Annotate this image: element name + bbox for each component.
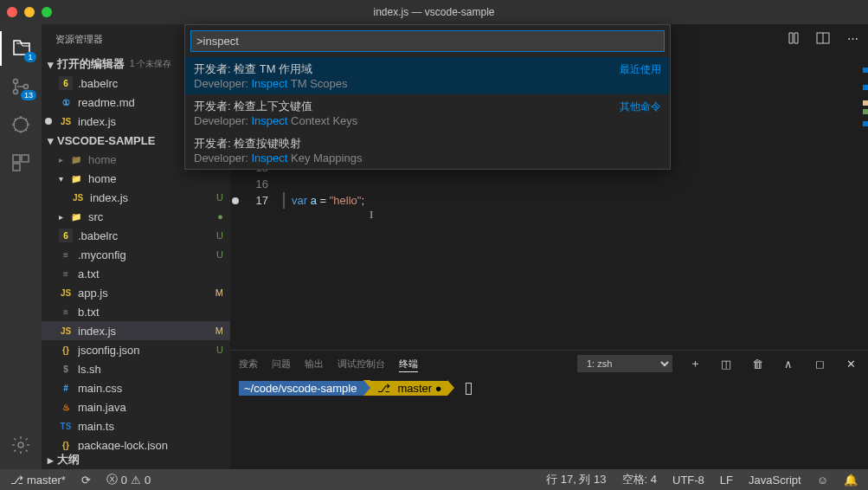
- feedback-icon[interactable]: ☺: [813, 474, 832, 487]
- explorer-icon[interactable]: 1: [0, 31, 42, 66]
- language-mode[interactable]: JavaScript: [745, 474, 805, 487]
- prompt-path: ~/code/vscode-sample: [239, 381, 363, 396]
- indentation-status[interactable]: 空格: 4: [619, 472, 660, 487]
- outline-header[interactable]: ▸ 大纲: [42, 450, 230, 469]
- file-label: main.ts: [78, 420, 230, 433]
- maximize-icon[interactable]: [42, 7, 52, 17]
- titlebar: index.js — vscode-sample: [0, 0, 868, 24]
- svg-rect-6: [13, 164, 20, 171]
- file-label: src: [88, 210, 230, 223]
- more-icon[interactable]: ⋯: [844, 29, 861, 47]
- file-icon: JS: [59, 324, 73, 338]
- command-item[interactable]: 开发者: 检查 TM 作用域Developer: Inspect TM Scop…: [185, 57, 670, 94]
- svg-rect-4: [13, 155, 20, 162]
- notifications-icon[interactable]: 🔔: [840, 474, 861, 487]
- file-icon: 📁: [69, 152, 83, 166]
- command-palette: >inspect 开发者: 检查 TM 作用域Developer: Inspec…: [184, 24, 671, 170]
- svg-point-2: [24, 85, 29, 89]
- split-editor-icon[interactable]: [814, 29, 832, 47]
- git-status: M: [215, 287, 223, 298]
- git-status: U: [216, 249, 223, 260]
- close-icon[interactable]: [7, 7, 17, 17]
- error-icon: ⓧ: [106, 472, 118, 487]
- branch-icon: ⎇: [10, 474, 23, 487]
- file-icon: 6: [59, 229, 73, 242]
- problems-status[interactable]: ⓧ0 ⚠0: [103, 472, 154, 487]
- encoding-status[interactable]: UTF-8: [669, 474, 708, 487]
- minimap[interactable]: [854, 59, 868, 350]
- file-tree: ▸📁home▾📁homeJSindex.jsU▸📁src●6.babelrcU≡…: [42, 150, 230, 450]
- file-label: .myconfig: [78, 248, 230, 261]
- panel-tab[interactable]: 调试控制台: [338, 356, 385, 371]
- chevron-icon: ▸: [59, 155, 68, 164]
- tree-item[interactable]: ♨main.java: [42, 397, 230, 416]
- tree-item[interactable]: {}jsconfig.jsonU: [42, 340, 230, 359]
- tree-item[interactable]: JSapp.jsM: [42, 283, 230, 302]
- kill-terminal-icon[interactable]: 🗑: [749, 358, 766, 371]
- debug-icon[interactable]: [0, 107, 42, 142]
- tree-item[interactable]: ▸📁src●: [42, 207, 230, 226]
- tree-item[interactable]: ≡a.txt: [42, 264, 230, 283]
- svg-point-7: [18, 442, 23, 448]
- cursor-position[interactable]: 行 17, 列 13: [543, 472, 609, 487]
- panel-tabs: 搜索问题输出调试控制台终端 1: zsh ＋ ◫ 🗑 ∧ ◻ ✕: [230, 351, 868, 377]
- new-terminal-icon[interactable]: ＋: [686, 356, 704, 371]
- command-input[interactable]: >inspect: [190, 30, 665, 52]
- panel-tab[interactable]: 问题: [272, 356, 291, 371]
- extensions-icon[interactable]: [0, 145, 42, 180]
- tree-item[interactable]: JSindex.jsM: [42, 321, 230, 340]
- command-item[interactable]: 开发者: 检查按键映射Developer: Inspect Key Mappin…: [185, 132, 670, 169]
- eol-status[interactable]: LF: [717, 474, 736, 487]
- git-status: U: [216, 345, 223, 355]
- explorer-badge: 1: [24, 52, 36, 62]
- tree-item[interactable]: ≡.myconfigU: [42, 245, 230, 264]
- tree-item[interactable]: JSindex.jsU: [42, 188, 230, 207]
- chevron-icon: ▸: [59, 212, 68, 222]
- git-branch-status[interactable]: ⎇master*: [7, 474, 69, 487]
- git-status: U: [216, 192, 223, 203]
- tree-item[interactable]: #main.css: [42, 378, 230, 397]
- settings-icon[interactable]: [0, 428, 42, 462]
- tree-item[interactable]: ▾📁home: [42, 169, 230, 188]
- file-icon: {}: [59, 438, 73, 450]
- file-icon: ≡: [59, 305, 73, 319]
- warning-icon: ⚠: [131, 474, 141, 487]
- tree-item[interactable]: 6.babelrcU: [42, 226, 230, 245]
- file-icon: ♨: [59, 400, 73, 414]
- terminal-cursor-icon: [466, 383, 472, 395]
- chevron-up-icon[interactable]: ∧: [780, 358, 797, 371]
- terminal[interactable]: ~/code/vscode-sample⎇master ●: [230, 377, 868, 469]
- chevron-down-icon: ▾: [45, 58, 55, 71]
- terminal-selector[interactable]: 1: zsh: [577, 355, 672, 372]
- file-label: b.txt: [78, 306, 230, 319]
- scm-icon[interactable]: 13: [0, 69, 42, 104]
- split-terminal-icon[interactable]: ◫: [717, 358, 735, 371]
- file-label: package-lock.json: [78, 439, 230, 451]
- close-panel-icon[interactable]: ✕: [842, 358, 859, 371]
- tree-item[interactable]: $ls.sh: [42, 359, 230, 378]
- file-label: home: [88, 172, 230, 185]
- file-label: .babelrc: [78, 229, 230, 242]
- tree-item[interactable]: ≡b.txt: [42, 302, 230, 321]
- minimize-icon[interactable]: [24, 7, 35, 17]
- panel-tab[interactable]: 终端: [399, 356, 418, 372]
- file-icon: JS: [59, 114, 73, 128]
- command-item[interactable]: 开发者: 检查上下文键值Developer: Inspect Context K…: [185, 94, 670, 132]
- tree-item[interactable]: {}package-lock.json: [42, 435, 230, 450]
- tree-item[interactable]: TSmain.ts: [42, 416, 230, 435]
- file-label: main.css: [78, 382, 230, 395]
- maximize-panel-icon[interactable]: ◻: [811, 358, 828, 371]
- sync-status[interactable]: ⟳: [78, 474, 94, 487]
- panel-tab[interactable]: 输出: [305, 356, 324, 371]
- compare-icon[interactable]: [785, 29, 802, 47]
- file-icon: #: [59, 381, 73, 395]
- panel: 搜索问题输出调试控制台终端 1: zsh ＋ ◫ 🗑 ∧ ◻ ✕ ~/code/…: [230, 350, 868, 469]
- window-controls: [7, 7, 52, 17]
- file-icon: $: [59, 362, 73, 376]
- git-status: U: [216, 230, 223, 241]
- git-status: M: [215, 326, 223, 336]
- file-icon: 📁: [69, 210, 83, 223]
- statusbar: ⎇master* ⟳ ⓧ0 ⚠0 行 17, 列 13 空格: 4 UTF-8 …: [0, 469, 868, 490]
- activity-bar: 1 13: [0, 24, 42, 469]
- panel-tab[interactable]: 搜索: [239, 356, 258, 371]
